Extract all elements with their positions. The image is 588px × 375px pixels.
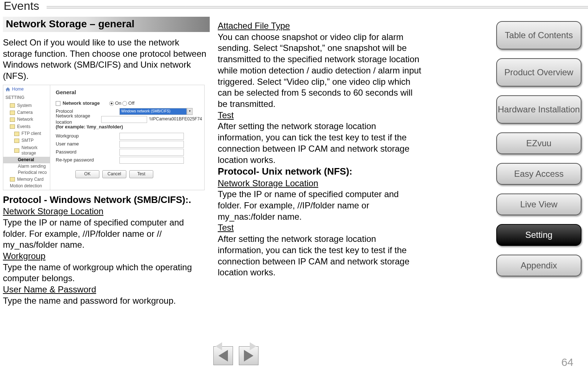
next-page-button[interactable] [239,346,259,365]
shot-ns-toggle: Network storage On Off [56,99,202,107]
nav-setting[interactable]: Setting [496,224,581,246]
shot-item-events: Events [3,123,50,130]
shot-test-button: Test [129,170,153,178]
heading-test2: Test [218,222,422,234]
para-nsl2: Type the IP or name of specified compute… [218,189,422,222]
home-icon [5,87,10,91]
shot-form-title: General [56,89,202,96]
para-nsl: Type the IP or name of specified compute… [3,217,207,251]
folder-icon [10,117,15,122]
para-workgroup: Type the name of workgroup which the ope… [3,262,207,284]
shot-button-row: OK Cancel Test [56,170,202,178]
nav-ezvuu[interactable]: EZvuu [496,132,581,154]
shot-ns-alarm: Alarm sending [3,163,50,169]
arrow-left-icon [218,350,228,362]
page-title: Events [4,0,39,13]
header-divider [47,6,588,9]
section-heading: Network Storage – general [3,17,210,32]
heading-workgroup: Workgroup [3,251,207,262]
shot-ok-button: OK [75,170,99,178]
shot-un-input [119,141,184,148]
shot-sub-smtp: SMTP [3,137,50,144]
shot-item-camera: Camera [3,109,50,116]
shot-item-memory: Memory Card [3,176,50,183]
radio-off-icon [122,101,127,106]
heading-nsl2: Network Storage Location [218,178,422,189]
shot-pw-input [119,149,184,156]
para-test1: After setting the network storage locati… [218,121,422,165]
heading-nsl: Network Storage Location [3,206,207,217]
arrow-right-icon [244,350,253,362]
header-bar: Events [0,0,588,12]
heading-test1: Test [218,110,422,121]
page-number: 64 [561,356,573,368]
shot-home: Home [3,85,50,93]
para-test2: After setting the network storage locati… [218,234,422,278]
para-userpass: Type the name and password for workgroup… [3,295,207,307]
shot-item-motion: Motion detection [3,183,50,189]
folder-icon [10,111,15,115]
settings-screenshot: Home SETTING System Camera Network Event… [3,85,205,190]
shot-item-network: Network [3,116,50,123]
shot-sidebar: Home SETTING System Camera Network Event… [3,85,50,190]
heading-nfs: Protocol- Unix network (NFS): [218,165,422,177]
folder-icon [10,103,15,108]
nav-appendix[interactable]: Appendix [496,255,581,276]
heading-aft: Attached File Type [218,20,422,32]
shot-form: General Network storage On Off Protocol … [56,89,202,178]
intro-paragraph: Select On if you would like to use the n… [3,37,207,82]
checkbox-icon [56,101,60,106]
shot-rpw-input [119,157,184,164]
nav-sidebar: Table of Contents Product Overview Hardw… [496,21,584,285]
radio-on-icon [109,101,114,106]
shot-sub-ftp: FTP client [3,130,50,137]
shot-protocol-select: Windows network (SMB/CIFS) [119,108,187,115]
folder-icon [14,132,19,136]
shot-nsl-input [101,116,147,123]
left-column: Network Storage – general Select On if y… [3,17,207,307]
shot-example: (for example: \\my_nas\folder) [56,124,202,130]
shot-ns-periodical: Periodical reco [3,169,50,176]
folder-icon [10,177,15,181]
folder-icon [14,139,19,143]
page: Events Network Storage – general Select … [0,0,588,375]
prev-page-button[interactable] [213,346,233,365]
shot-wg-input [119,133,184,140]
pager [213,346,259,365]
shot-nsl-row: Network storage location \\IPCamera001BF… [56,115,202,123]
nav-live-view[interactable]: Live View [496,194,581,215]
nav-easy-access[interactable]: Easy Access [496,163,581,185]
shot-ns-general: General [3,157,50,163]
nav-hardware-installation[interactable]: Hardware Installation [496,95,581,124]
heading-smb: Protocol - Windows Network (SMB/CIFS):. [3,194,207,206]
right-column: Attached File Type You can choose snapsh… [218,20,422,307]
shot-setting-label: SETTING [3,93,50,102]
nav-toc[interactable]: Table of Contents [496,21,581,49]
shot-item-system: System [3,102,50,109]
para-aft: You can choose snapshot or video clip fo… [218,32,422,110]
shot-cancel-button: Cancel [102,170,126,178]
content-columns: Network Storage – general Select On if y… [3,17,422,307]
shot-sub-ns: Network storage [3,144,50,157]
folder-icon [10,124,15,129]
heading-userpass: User Name & Password [3,284,207,295]
shot-home-label: Home [12,87,24,92]
chevron-down-icon: ▾ [187,108,193,115]
nav-product-overview[interactable]: Product Overview [496,58,581,87]
folder-icon [14,148,19,153]
